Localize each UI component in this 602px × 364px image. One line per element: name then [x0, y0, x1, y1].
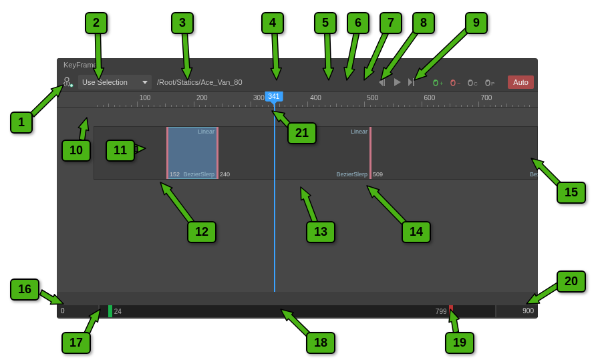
callout-label: 6: [347, 12, 369, 34]
callout-label: 19: [445, 332, 474, 354]
interp-top: Linear: [198, 128, 214, 135]
key-segment[interactable]: LinearBezierSlerp152: [167, 127, 217, 179]
interp-top: Linear: [351, 128, 367, 135]
chevron-down-icon: [142, 81, 148, 84]
svg-text:C: C: [474, 81, 478, 87]
ruler-label: 600: [424, 94, 436, 102]
callout-label: 9: [465, 12, 488, 34]
callout-label: 17: [61, 332, 91, 354]
ruler-label: 400: [310, 94, 321, 102]
time-ruler[interactable]: 100200300400500600700: [57, 92, 538, 108]
playhead[interactable]: [274, 92, 275, 292]
callout-label: 5: [314, 12, 337, 34]
keyframe-marker[interactable]: [166, 127, 168, 179]
callout-label: 20: [557, 270, 586, 293]
interp-bottom: BezierSlerp: [183, 171, 214, 178]
step-back-button[interactable]: [377, 75, 390, 89]
svg-point-6: [469, 80, 471, 82]
callout-label: 3: [171, 12, 194, 34]
range-start-input[interactable]: 0: [57, 305, 98, 317]
paste-key-button[interactable]: P: [482, 75, 497, 89]
key-segment[interactable]: LinearBezierSlerp240: [217, 127, 370, 179]
svg-point-8: [486, 80, 488, 82]
range-out-handle[interactable]: [449, 305, 453, 317]
callout-label: 15: [557, 182, 586, 204]
callout-label: 7: [380, 12, 402, 34]
tab-bar: KeyFramer: [57, 58, 538, 73]
keyframe-marker[interactable]: [216, 127, 218, 179]
playhead-frame-badge: 341: [265, 92, 283, 102]
range-out-label: 799: [436, 308, 447, 315]
ruler-label: 200: [196, 94, 208, 102]
callout-label: 4: [261, 12, 284, 34]
svg-text:+: +: [440, 80, 443, 87]
key-frame-num: 509: [373, 171, 383, 178]
object-path: /Root/Statics/Ace_Van_80: [154, 78, 374, 86]
svg-text:P: P: [491, 81, 494, 87]
interp-bottom: BezierSlerp: [530, 171, 538, 178]
range-slider[interactable]: 24 799: [100, 305, 495, 317]
callout-label: 18: [306, 332, 335, 354]
selection-label: Use Selection: [82, 78, 128, 86]
track-pos-rot[interactable]: LinearBezierSlerp152LinearBezierSlerp240…: [94, 126, 538, 180]
key-segment[interactable]: LinearBezierSlerp509: [370, 127, 538, 179]
keyframer-panel: KeyFramer Use Selection /Root/Statics/Ac…: [57, 58, 538, 319]
ruler-label: 700: [481, 94, 492, 102]
key-frame-num: 240: [220, 171, 230, 178]
auto-key-button[interactable]: Auto: [508, 75, 534, 89]
selection-dropdown[interactable]: Use Selection: [78, 75, 152, 89]
toolbar: Use Selection /Root/Statics/Ace_Van_80 +…: [57, 73, 538, 92]
step-forward-button[interactable]: [406, 75, 420, 89]
timeline-area: 100200300400500600700 LinearBezierSlerp1…: [57, 92, 538, 292]
callout-label: 2: [85, 12, 108, 34]
tab-keyframer[interactable]: KeyFramer: [57, 58, 106, 73]
svg-point-2: [434, 80, 436, 82]
svg-point-4: [452, 80, 454, 82]
copy-key-button[interactable]: C: [465, 75, 480, 89]
range-end-input[interactable]: 900: [496, 305, 538, 317]
key-frame-num: 152: [170, 171, 180, 178]
keyframe-marker[interactable]: [369, 127, 371, 179]
anim-icon[interactable]: [61, 75, 76, 89]
range-in-label: 24: [114, 308, 122, 315]
svg-text:−: −: [457, 80, 460, 87]
svg-point-0: [65, 77, 69, 81]
playback-controls: [377, 75, 420, 89]
callout-label: 1: [10, 112, 33, 134]
interp-bottom: BezierSlerp: [336, 171, 367, 178]
ruler-label: 100: [140, 94, 151, 102]
remove-key-button[interactable]: −: [448, 75, 462, 89]
range-in-handle[interactable]: [108, 305, 112, 317]
callout-label: 8: [412, 12, 435, 34]
ruler-label: 500: [367, 94, 378, 102]
callout-label: 16: [10, 279, 39, 301]
range-bar: 0 24 799 900: [57, 304, 538, 319]
add-key-button[interactable]: +: [430, 75, 445, 89]
play-button[interactable]: [392, 75, 405, 89]
ruler-label: 300: [253, 94, 265, 102]
